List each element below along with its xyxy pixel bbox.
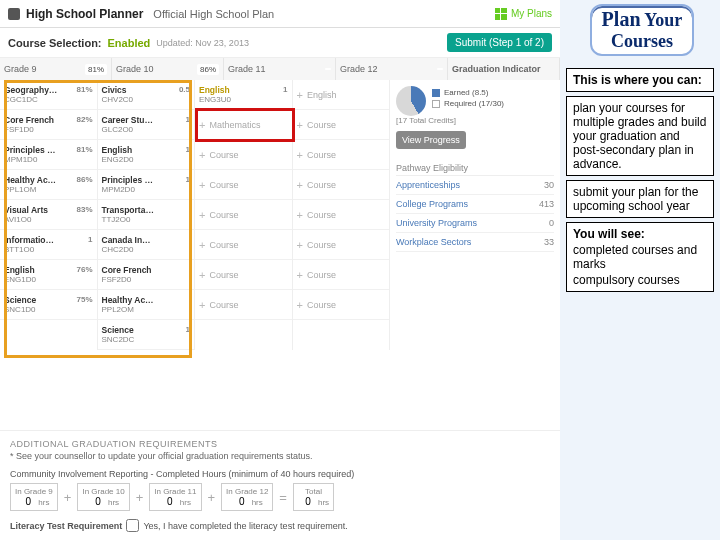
- add-course-slot[interactable]: +Mathematics: [195, 110, 292, 140]
- eligibility-row[interactable]: University Programs0: [396, 214, 554, 233]
- plus-icon: +: [297, 299, 303, 311]
- title-badge: Plan Your Courses: [590, 4, 695, 56]
- text-pane-1: plan your courses for multiple grades an…: [566, 96, 714, 176]
- course-slot[interactable]: Geography…81%CGC1DC: [0, 80, 97, 110]
- see-item: completed courses and marks: [573, 243, 707, 271]
- grade10-column: Civics0.5CHV2C0 Career Stu…1GLC2O0 Engli…: [98, 80, 196, 350]
- literacy-checkbox[interactable]: [126, 519, 139, 532]
- course-slot[interactable]: Visual Arts83%AVI1O0: [0, 200, 97, 230]
- my-plans-label: My Plans: [511, 8, 552, 19]
- course-slot[interactable]: Science1SNC2DC: [98, 320, 195, 350]
- community-row: In Grade 9hrs + In Grade 10hrs + In Grad…: [10, 483, 550, 511]
- add-course-slot[interactable]: +Course: [293, 110, 390, 140]
- view-progress-button[interactable]: View Progress: [396, 131, 466, 149]
- plus-icon: +: [136, 490, 144, 505]
- add-course-slot[interactable]: +Course: [293, 260, 390, 290]
- course-slot[interactable]: Healthy Ac…PPL2OM: [98, 290, 195, 320]
- additional-requirements: ADDITIONAL GRADUATION REQUIREMENTS * See…: [0, 430, 560, 540]
- grad-indicator-panel: Earned (8.5) Required (17/30) [17 Total …: [390, 80, 560, 350]
- course-slot[interactable]: Canada In…CHC2D0: [98, 230, 195, 260]
- add-course-slot[interactable]: +Course: [293, 200, 390, 230]
- grade-col-10[interactable]: Grade 1086%: [112, 58, 224, 80]
- hours-input[interactable]: [88, 496, 108, 507]
- add-course-slot[interactable]: +English: [293, 80, 390, 110]
- plus-icon: +: [199, 239, 205, 251]
- required-swatch-icon: [432, 100, 440, 108]
- grade-col-11[interactable]: Grade 11: [224, 58, 336, 80]
- course-slot[interactable]: Core FrenchFSF2D0: [98, 260, 195, 290]
- course-slot[interactable]: Informatio…1BTT1O0: [0, 230, 97, 260]
- course-slot[interactable]: Principles …1MPM2D0: [98, 170, 195, 200]
- course-slot[interactable]: Principles …81%MPM1D0: [0, 140, 97, 170]
- legend-required: Required (17/30): [432, 99, 554, 108]
- add-course-slot[interactable]: +Course: [195, 200, 292, 230]
- add-course-slot[interactable]: +Course: [293, 290, 390, 320]
- grade11-column: English1ENG3U0 +Mathematics +Course +Cou…: [195, 80, 293, 350]
- hours-input[interactable]: [160, 496, 180, 507]
- plus-icon: +: [297, 269, 303, 281]
- add-course-slot[interactable]: +Course: [195, 140, 292, 170]
- plus-icon: +: [297, 89, 303, 101]
- add-course-slot[interactable]: +Course: [293, 230, 390, 260]
- grade12-column: +English +Course +Course +Course +Course…: [293, 80, 391, 350]
- literacy-text: Yes, I have completed the literacy test …: [143, 521, 347, 531]
- see-item: compulsory courses: [573, 273, 707, 287]
- add-course-slot[interactable]: +Course: [195, 290, 292, 320]
- course-slot[interactable]: Core French82%FSF1D0: [0, 110, 97, 140]
- course-slot[interactable]: Healthy Ac…86%PPL1OM: [0, 170, 97, 200]
- app-title: High School Planner: [26, 7, 143, 21]
- hours-total: [298, 496, 318, 507]
- add-course-slot[interactable]: +Course: [293, 170, 390, 200]
- grade-col-12[interactable]: Grade 12: [336, 58, 448, 80]
- add-course-slot[interactable]: +Course: [293, 140, 390, 170]
- plus-icon: +: [199, 149, 205, 161]
- plus-icon: +: [199, 299, 205, 311]
- add-course-slot[interactable]: +Course: [195, 230, 292, 260]
- grid-icon: [495, 8, 507, 20]
- plus-icon: +: [297, 179, 303, 191]
- eligibility-row[interactable]: Apprenticeships30: [396, 176, 554, 195]
- eligibility-row[interactable]: Workplace Sectors33: [396, 233, 554, 252]
- grade-col-9[interactable]: Grade 981%: [0, 58, 112, 80]
- plan-subtitle: Official High School Plan: [153, 8, 274, 20]
- plus-icon: +: [297, 119, 303, 131]
- course-slot[interactable]: Career Stu…1GLC2O0: [98, 110, 195, 140]
- annotation-sidebar: Plan Your Courses This is where you can:…: [560, 0, 720, 540]
- eligibility-row[interactable]: College Programs413: [396, 195, 554, 214]
- see-heading: You will see:: [573, 227, 707, 241]
- status-label: Course Selection:: [8, 37, 102, 49]
- add-course-slot[interactable]: +Course: [195, 260, 292, 290]
- course-slot-selected[interactable]: English1ENG3U0: [195, 80, 292, 110]
- hours-input[interactable]: [232, 496, 252, 507]
- plus-icon: +: [297, 239, 303, 251]
- earned-swatch-icon: [432, 89, 440, 97]
- text-pane-2: submit your plan for the upcoming school…: [566, 180, 714, 218]
- addl-title: ADDITIONAL GRADUATION REQUIREMENTS: [10, 439, 550, 449]
- grad-indicator-header: Graduation Indicator: [448, 58, 560, 80]
- intro-pane: This is where you can:: [566, 68, 714, 92]
- course-slot[interactable]: English1ENG2D0: [98, 140, 195, 170]
- course-slot[interactable]: English76%ENG1D0: [0, 260, 97, 290]
- plus-icon: +: [199, 119, 205, 131]
- course-slot[interactable]: Transporta…TTJ2O0: [98, 200, 195, 230]
- planner-app: High School Planner Official High School…: [0, 0, 560, 540]
- status-updated: Updated: Nov 23, 2013: [156, 38, 249, 48]
- status-state: Enabled: [108, 37, 151, 49]
- literacy-row: Literacy Test Requirement Yes, I have co…: [10, 519, 550, 532]
- community-title: Community Involvement Reporting - Comple…: [10, 469, 550, 479]
- plus-icon: +: [297, 149, 303, 161]
- plus-icon: +: [199, 269, 205, 281]
- topbar: High School Planner Official High School…: [0, 0, 560, 28]
- add-course-slot[interactable]: +Course: [195, 170, 292, 200]
- literacy-label: Literacy Test Requirement: [10, 521, 122, 531]
- course-slot[interactable]: Civics0.5CHV2C0: [98, 80, 195, 110]
- status-bar: Course Selection: Enabled Updated: Nov 2…: [0, 28, 560, 58]
- course-slot[interactable]: Science75%SNC1D0: [0, 290, 97, 320]
- sidebar-title: Plan Your Courses: [570, 4, 714, 56]
- hours-box-g11: In Grade 11hrs: [149, 483, 201, 511]
- submit-button[interactable]: Submit (Step 1 of 2): [447, 33, 552, 52]
- hours-box-total: Totalhrs: [293, 483, 334, 511]
- my-plans-link[interactable]: My Plans: [495, 8, 552, 20]
- hours-input[interactable]: [18, 496, 38, 507]
- hours-box-g9: In Grade 9hrs: [10, 483, 58, 511]
